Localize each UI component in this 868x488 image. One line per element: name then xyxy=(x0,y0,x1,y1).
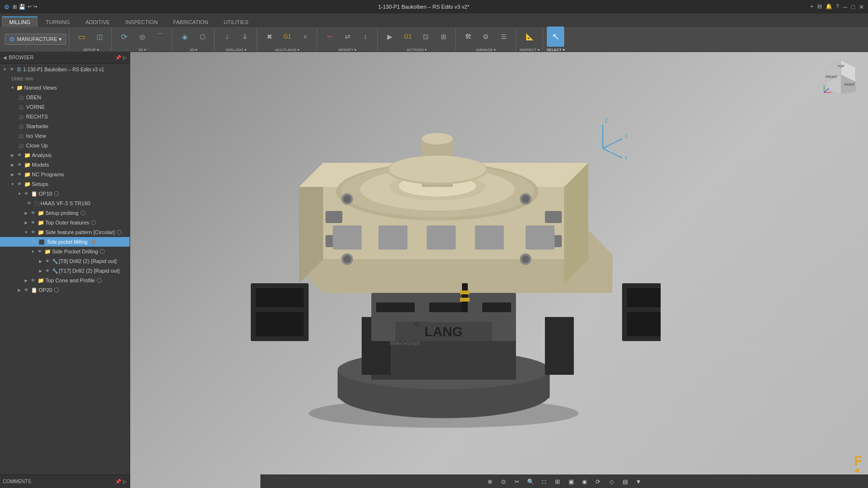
analysis-expand-icon[interactable]: ▶ xyxy=(10,152,15,158)
t17drill-expand-icon[interactable]: ▶ xyxy=(38,268,43,274)
3d-adaptive-btn[interactable]: ◈ xyxy=(176,26,193,47)
root-eye-icon[interactable]: 👁 xyxy=(8,66,15,73)
browser-expand-icon[interactable]: ▷ xyxy=(123,55,127,60)
actions-btn2[interactable]: G1 xyxy=(399,26,417,47)
close-btn[interactable]: ✕ xyxy=(859,3,864,11)
tree-item-models[interactable]: ▶ 👁 📁 Models xyxy=(0,160,130,170)
manufacture-button[interactable]: ⚙ MANUFACTURE ▾ xyxy=(5,34,66,45)
viewport[interactable]: LANG ⚙ Makro•Grip® xyxy=(130,52,868,488)
tree-item-namedviews[interactable]: ▼ 📁 Named Views xyxy=(0,83,130,92)
tree-item-sidefeature[interactable]: ▼ 👁 📁 Side feature pattern [Circular] xyxy=(0,227,130,237)
minimize-btn[interactable]: ─ xyxy=(843,3,847,11)
tree-item-oben[interactable]: 🎥 OBEN xyxy=(0,92,130,102)
models-eye-icon[interactable]: 👁 xyxy=(16,161,23,168)
2d-contour-btn[interactable]: ⌒ xyxy=(151,26,169,47)
comments-expand-icon[interactable]: ▷ xyxy=(123,479,127,484)
t8drill-expand-icon[interactable]: ▶ xyxy=(38,258,43,264)
display-settings-btn[interactable]: ▣ xyxy=(565,476,577,487)
topconeprofile-eye-icon[interactable]: 👁 xyxy=(29,277,36,284)
topouterfeatures-eye-icon[interactable]: 👁 xyxy=(29,219,36,226)
new-setup-btn[interactable]: ▭ xyxy=(73,26,91,47)
tree-item-rechts[interactable]: 🎥 RECHTS xyxy=(0,112,130,121)
analysis-eye-icon[interactable]: 👁 xyxy=(16,152,23,158)
modify-btn2[interactable]: ⇄ xyxy=(339,26,356,47)
2d-adaptive-btn[interactable]: ⟳ xyxy=(116,26,133,47)
root-expand-icon[interactable]: ▼ xyxy=(2,66,8,72)
tree-item-topouterfeatures[interactable]: ▶ 👁 📁 Top Outer features xyxy=(0,218,130,227)
op10-expand-icon[interactable]: ▼ xyxy=(16,191,22,197)
t17drill-eye-icon[interactable]: 👁 xyxy=(44,267,51,274)
tab-inspection[interactable]: INSPECTION xyxy=(118,17,165,27)
render-mode-btn[interactable]: ◉ xyxy=(579,476,590,487)
ncprograms-eye-icon[interactable]: 👁 xyxy=(16,171,23,178)
redo-icon[interactable]: ↪ xyxy=(33,4,37,10)
orbit-btn[interactable]: ⟳ xyxy=(592,476,604,487)
haas-eye-icon[interactable]: 👁 xyxy=(26,200,32,207)
manage-btn2[interactable]: ⚙ xyxy=(477,26,495,47)
tab-additive[interactable]: ADDITIVE xyxy=(78,17,117,27)
modify-btn1[interactable]: ✂ xyxy=(321,26,339,47)
tree-item-setupprobing[interactable]: ▶ 👁 📁 Setup probing xyxy=(0,208,130,218)
topouterfeatures-expand-icon[interactable]: ▶ xyxy=(23,220,29,225)
undo-icon[interactable]: ↩ xyxy=(27,4,31,10)
fit-view-btn[interactable]: □ xyxy=(538,476,550,487)
multiaxis-btn3[interactable]: ≡ xyxy=(297,26,314,47)
origin-btn[interactable]: ⊕ xyxy=(484,476,496,487)
postprocess-btn[interactable]: ⊡ xyxy=(417,26,434,47)
zoom-btn[interactable]: 🔍 xyxy=(525,476,536,487)
tab-utilities[interactable]: UTILITIES xyxy=(217,17,256,27)
tree-item-haas[interactable]: 👁 ⬛ HAAS VF-3 S TR160 xyxy=(0,198,130,208)
actions-btn4[interactable]: ⊞ xyxy=(435,26,452,47)
t8drill-eye-icon[interactable]: 👁 xyxy=(44,258,51,264)
tree-item-sidepocketdrilling[interactable]: ▼ 👁 📁 Side Pocket Drilling xyxy=(0,247,130,256)
toolbar-icon3[interactable]: 🔔 xyxy=(826,3,832,11)
toolbar-icon4[interactable]: ? xyxy=(836,3,839,11)
2d-pocket-btn[interactable]: ◎ xyxy=(134,26,151,47)
tree-item-op20[interactable]: ▶ 👁 📋 OP20 xyxy=(0,285,130,295)
navigation-cube[interactable]: TOP FRONT RIGHT xyxy=(822,58,860,96)
namedviews-expand-icon[interactable]: ▼ xyxy=(10,85,15,91)
tree-item-t8drill[interactable]: ▶ 👁 🔧 [T8] Drill2 (2) [Rapid out] xyxy=(0,256,130,266)
ncprograms-expand-icon[interactable]: ▶ xyxy=(10,171,15,177)
view-cube-btn[interactable]: ⊞ xyxy=(552,476,563,487)
inspect-btn[interactable]: 📐 xyxy=(521,26,538,47)
tree-item-isoview[interactable]: 🎥 Iso View xyxy=(0,131,130,141)
toolbar-icon1[interactable]: + xyxy=(810,3,813,11)
tab-milling[interactable]: MILLING xyxy=(2,16,38,27)
tree-item-t17drill[interactable]: ▶ 👁 🔧 [T17] Drill2 (2) [Rapid out] xyxy=(0,266,130,276)
tree-item-vorne[interactable]: 🎥 VORNE xyxy=(0,102,130,112)
grid-display-btn[interactable]: ⊙ xyxy=(498,476,509,487)
sidefeature-eye-icon[interactable]: 👁 xyxy=(29,229,36,236)
tree-item-closeup[interactable]: 🎥 Close Up xyxy=(0,141,130,150)
sidepocketdrilling-expand-icon[interactable]: ▼ xyxy=(30,249,36,254)
op10-eye-icon[interactable]: 👁 xyxy=(23,190,29,197)
simulate-btn[interactable]: ▶ xyxy=(381,26,399,47)
comments-pin-icon[interactable]: 📌 xyxy=(115,479,121,484)
tree-item-topconeprofile[interactable]: ▶ 👁 📁 Top Cone and Profile xyxy=(0,276,130,285)
manage-btn3[interactable]: ☰ xyxy=(495,26,513,47)
sidepocketdrilling-eye-icon[interactable]: 👁 xyxy=(36,248,43,255)
tree-item-op10[interactable]: ▼ 👁 📋 OP10 xyxy=(0,189,130,198)
wireframe-btn[interactable]: ◇ xyxy=(606,476,617,487)
models-expand-icon[interactable]: ▶ xyxy=(10,162,15,168)
tree-item-setups[interactable]: ▼ 👁 📁 Setups xyxy=(0,179,130,189)
tree-item-startseite[interactable]: 🎥 Startseite xyxy=(0,121,130,131)
tree-item-ncprograms[interactable]: ▶ 👁 📁 NC Programs xyxy=(0,170,130,179)
browser-pin-icon[interactable]: 📌 xyxy=(115,55,121,60)
snap-btn[interactable]: ✂ xyxy=(511,476,523,487)
3d-pocket-btn[interactable]: ⬡ xyxy=(194,26,211,47)
tab-turning[interactable]: TURNING xyxy=(39,17,77,27)
multiaxis-btn2[interactable]: G1 xyxy=(279,26,296,47)
tree-item-analysis[interactable]: ▶ 👁 📁 Analysis xyxy=(0,150,130,160)
tab-fabrication[interactable]: FABRICATION xyxy=(166,17,216,27)
tree-item-sidepocket[interactable]: 👁 ⬛ Side pocket Milling xyxy=(0,237,130,247)
setupprobing-eye-icon[interactable]: 👁 xyxy=(29,210,36,216)
setups-eye-icon[interactable]: 👁 xyxy=(16,181,23,187)
browser-collapse-icon[interactable]: ◀ xyxy=(3,55,7,60)
multiaxis-btn1[interactable]: ✖ xyxy=(261,26,278,47)
setups-expand-icon[interactable]: ▼ xyxy=(10,181,15,187)
op20-expand-icon[interactable]: ▶ xyxy=(16,287,22,293)
stock-btn[interactable]: ◫ xyxy=(91,26,108,47)
drill-btn[interactable]: ↓ xyxy=(218,26,236,47)
sidefeature-expand-icon[interactable]: ▼ xyxy=(23,229,29,235)
